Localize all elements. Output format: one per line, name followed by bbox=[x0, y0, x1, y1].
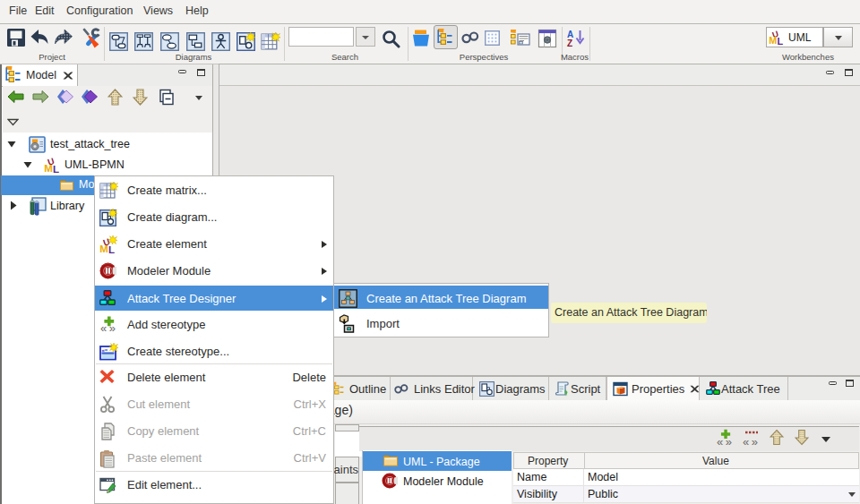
svg-text:Z: Z bbox=[567, 38, 572, 48]
svg-text:A: A bbox=[567, 30, 573, 39]
svg-text:« »: « » bbox=[743, 435, 758, 448]
svg-text:« »: « » bbox=[100, 321, 116, 335]
svg-text:« »: « » bbox=[717, 435, 732, 448]
svg-text:«=: «= bbox=[102, 347, 108, 353]
